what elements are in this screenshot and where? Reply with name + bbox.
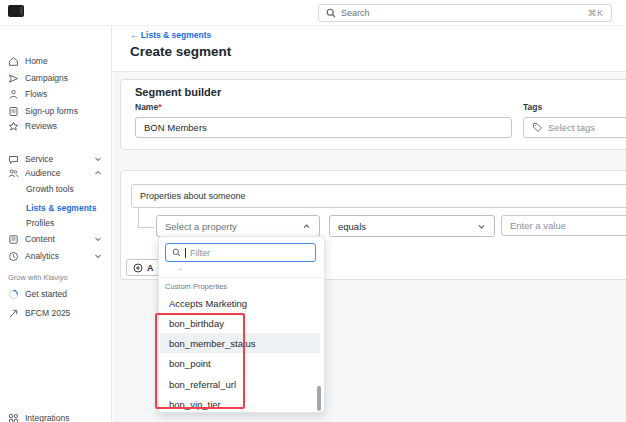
value-input[interactable]: Enter a value [501, 215, 626, 236]
form-icon [8, 106, 19, 117]
home-icon [8, 56, 19, 67]
integrations-icon [8, 413, 19, 422]
partial-scrolled-item[interactable]: - [179, 264, 319, 276]
tag-icon [532, 122, 543, 133]
tags-input[interactable]: Select tags [523, 117, 626, 138]
chevron-down-icon [94, 252, 102, 260]
sidebar-item-audience[interactable]: Audience [0, 165, 112, 181]
chevron-up-icon [94, 169, 102, 177]
tree-connector [138, 208, 139, 227]
sidebar-item-analytics[interactable]: Analytics [0, 248, 112, 264]
dropdown-item-bon-vip-tier[interactable]: bon_vip_tier [160, 394, 320, 414]
text-cursor [185, 248, 186, 258]
sidebar-item-profiles[interactable]: Profiles [0, 215, 112, 231]
property-dropdown-panel: Filter - Custom Properties Accepts Marke… [158, 236, 325, 413]
breadcrumb-lists-segments[interactable]: ← Lists & segments [130, 30, 211, 40]
name-label: Name* [135, 102, 161, 112]
name-input[interactable]: BON Members [135, 117, 512, 138]
chevron-up-icon [302, 222, 311, 231]
plus-circle-icon [133, 263, 143, 273]
people-icon [8, 168, 19, 179]
dropdown-item-bon-referral-url[interactable]: bon_referral_url [160, 374, 320, 394]
progress-circle-icon [8, 289, 19, 300]
condition-group-header[interactable]: Properties about someone [131, 184, 626, 208]
flows-icon [8, 89, 19, 100]
filter-input[interactable]: Filter [165, 243, 316, 262]
top-bar: Search ⌘K [0, 0, 626, 26]
analytics-icon [8, 251, 19, 262]
sidebar-item-flows[interactable]: Flows [0, 86, 112, 102]
search-shortcut: ⌘K [588, 8, 604, 18]
send-icon [8, 73, 19, 84]
sidebar-item-home[interactable]: Home [0, 53, 112, 69]
property-select[interactable]: Select a property [156, 215, 320, 237]
sidebar-item-bfcm-2025[interactable]: BFCM 2025 [0, 305, 112, 321]
chevron-down-icon [477, 222, 486, 231]
dropdown-item-bon-member-status[interactable]: bon_member_status [160, 333, 320, 353]
content-icon [8, 234, 19, 245]
tree-connector [138, 227, 154, 228]
sidebar-item-growth-tools[interactable]: Growth tools [0, 181, 112, 197]
sidebar-item-signup-forms[interactable]: Sign-up forms [0, 103, 112, 119]
required-asterisk: * [158, 102, 161, 112]
sidebar-item-campaigns[interactable]: Campaigns [0, 70, 112, 86]
chat-icon [8, 154, 19, 165]
star-icon [8, 121, 19, 132]
sidebar-item-integrations[interactable]: Integrations [0, 410, 112, 422]
dropdown-scrollbar[interactable] [317, 386, 321, 411]
trend-arrow-icon [8, 308, 19, 319]
search-icon [326, 8, 336, 18]
chevron-down-icon [94, 155, 102, 163]
divider [160, 277, 324, 278]
tags-label: Tags [523, 102, 542, 112]
operator-select[interactable]: equals [329, 215, 495, 237]
search-placeholder: Search [341, 8, 370, 18]
sidebar-item-reviews[interactable]: Reviews [0, 118, 112, 134]
sidebar-item-content[interactable]: Content [0, 231, 112, 247]
chevron-down-icon [94, 235, 102, 243]
grow-with-klaviyo-label: Grow with Klaviyo [8, 273, 68, 282]
sidebar: Home Campaigns Flows Sign-up forms Revie… [0, 26, 112, 422]
klaviyo-logo-icon[interactable] [8, 5, 24, 17]
sidebar-item-lists-segments[interactable]: Lists & segments [0, 200, 112, 216]
dropdown-item-bon-point[interactable]: bon_point [160, 353, 320, 373]
dropdown-item-bon-birthday[interactable]: bon_birthday [160, 313, 320, 333]
search-icon [172, 248, 181, 257]
dropdown-section-label: Custom Properties [165, 282, 227, 291]
page-title: Create segment [130, 44, 231, 59]
dropdown-item-accepts-marketing[interactable]: Accepts Marketing [160, 293, 320, 313]
search-input[interactable]: Search ⌘K [318, 4, 612, 22]
segment-builder-card: Segment builder Name* BON Members Tags S… [120, 79, 626, 150]
sidebar-item-get-started[interactable]: Get started [0, 286, 112, 302]
card-title: Segment builder [135, 86, 221, 98]
